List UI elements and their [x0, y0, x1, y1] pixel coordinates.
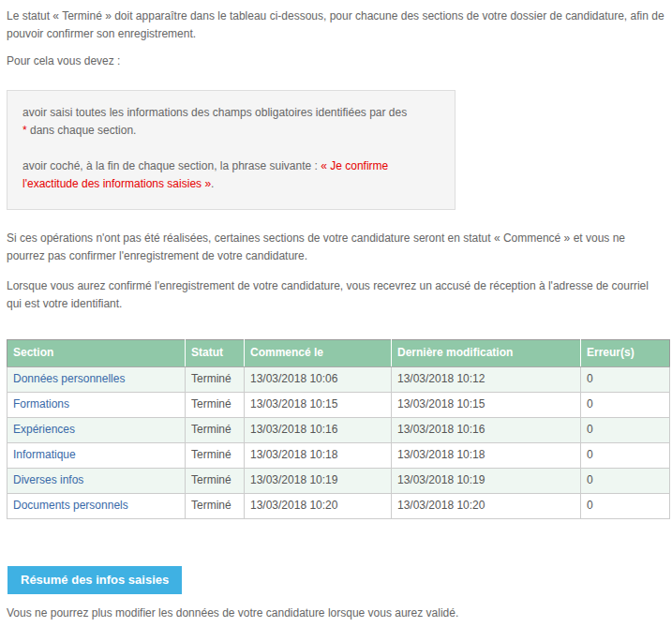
- column-header-modification: Dernière modification: [392, 340, 581, 367]
- status-cell: Terminé: [186, 418, 245, 443]
- warning-text: Si ces opérations n'ont pas été réalisée…: [7, 230, 665, 265]
- started-cell: 13/03/2018 10:06: [245, 367, 392, 393]
- section-link-diverses-infos[interactable]: Diverses infos: [13, 473, 83, 486]
- section-link-formations[interactable]: Formations: [13, 397, 69, 411]
- started-cell: 13/03/2018 10:20: [245, 494, 392, 519]
- confirmation-info-text: Lorsque vous aurez confirmé l'enregistre…: [7, 277, 665, 313]
- section-link-donnees-personnelles[interactable]: Données personnelles: [13, 372, 125, 385]
- section-cell: Documents personnels: [7, 494, 186, 519]
- table-row: Diverses infos Terminé 13/03/2018 10:19 …: [7, 469, 670, 494]
- status-table: Section Statut Commencé le Dernière modi…: [7, 339, 670, 519]
- table-row: Documents personnels Terminé 13/03/2018 …: [7, 494, 670, 519]
- modified-cell: 13/03/2018 10:19: [392, 469, 581, 494]
- summary-button[interactable]: Résumé des infos saisies: [7, 566, 182, 594]
- errors-cell: 0: [581, 367, 670, 393]
- section-cell: Données personnelles: [7, 367, 186, 393]
- requirement-item-fields: avoir saisi toutes les informations des …: [22, 104, 437, 140]
- section-link-informatique[interactable]: Informatique: [13, 448, 76, 461]
- column-header-erreurs: Erreur(s): [581, 340, 670, 367]
- started-cell: 13/03/2018 10:18: [245, 443, 392, 469]
- requirement-fields-rest: dans chaque section.: [27, 124, 137, 137]
- modified-cell: 13/03/2018 10:15: [392, 393, 581, 418]
- modified-cell: 13/03/2018 10:18: [392, 443, 581, 469]
- application-confirmation-page: Le statut « Terminé » doit apparaître da…: [0, 0, 672, 627]
- table-row: Informatique Terminé 13/03/2018 10:18 13…: [7, 443, 670, 469]
- status-cell: Terminé: [186, 367, 245, 393]
- intro-text: Le statut « Terminé » doit apparaître da…: [7, 7, 665, 43]
- table-row: Formations Terminé 13/03/2018 10:15 13/0…: [7, 393, 670, 418]
- section-cell: Informatique: [7, 443, 186, 469]
- errors-cell: 0: [581, 494, 670, 519]
- modified-cell: 13/03/2018 10:12: [392, 367, 581, 393]
- status-cell: Terminé: [186, 469, 245, 494]
- errors-cell: 0: [581, 393, 670, 418]
- requirement-fields-text: avoir saisi toutes les informations des …: [22, 106, 407, 119]
- column-header-statut: Statut: [186, 340, 245, 367]
- errors-cell: 0: [581, 418, 670, 443]
- column-header-commence: Commencé le: [245, 340, 392, 367]
- status-cell: Terminé: [186, 393, 245, 418]
- table-row: Données personnelles Terminé 13/03/2018 …: [7, 367, 670, 393]
- modified-cell: 13/03/2018 10:20: [392, 494, 581, 519]
- started-cell: 13/03/2018 10:16: [245, 418, 392, 443]
- errors-cell: 0: [581, 469, 670, 494]
- table-header-row: Section Statut Commencé le Dernière modi…: [7, 340, 670, 367]
- column-header-section: Section: [7, 340, 186, 367]
- requirement-checkbox-text: avoir coché, à la fin de chaque section,…: [22, 159, 321, 172]
- requirements-box: avoir saisi toutes les informations des …: [7, 90, 455, 210]
- section-cell: Expériences: [7, 418, 186, 443]
- table-row: Expériences Terminé 13/03/2018 10:16 13/…: [7, 418, 670, 443]
- instruction-lead: Pour cela vous devez :: [7, 52, 665, 70]
- started-cell: 13/03/2018 10:19: [245, 469, 392, 494]
- section-cell: Diverses infos: [7, 469, 186, 494]
- section-cell: Formations: [7, 393, 186, 418]
- section-link-experiences[interactable]: Expériences: [13, 423, 75, 436]
- validation-note: Vous ne pourrez plus modifier les donnée…: [7, 605, 665, 622]
- errors-cell: 0: [581, 443, 670, 469]
- section-link-documents-personnels[interactable]: Documents personnels: [13, 499, 128, 512]
- requirement-checkbox-suffix: .: [211, 177, 214, 190]
- modified-cell: 13/03/2018 10:16: [392, 418, 581, 443]
- started-cell: 13/03/2018 10:15: [245, 393, 392, 418]
- requirement-item-checkbox: avoir coché, à la fin de chaque section,…: [22, 157, 437, 193]
- status-cell: Terminé: [186, 494, 245, 519]
- status-cell: Terminé: [186, 443, 245, 469]
